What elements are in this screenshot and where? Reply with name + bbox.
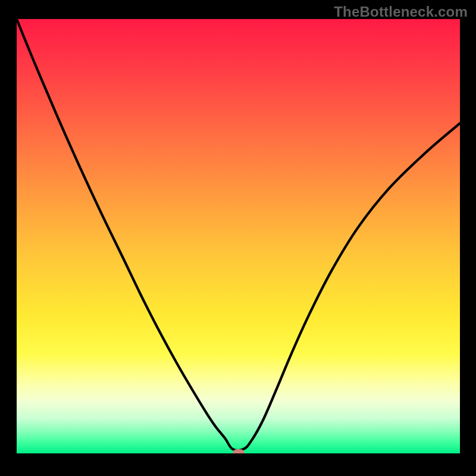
chart-stage: TheBottleneck.com [0, 0, 476, 476]
curve-svg [17, 19, 460, 453]
plot-area [17, 19, 460, 453]
optimal-marker [233, 449, 245, 453]
watermark-text: TheBottleneck.com [334, 4, 468, 20]
bottleneck-curve [17, 19, 460, 450]
